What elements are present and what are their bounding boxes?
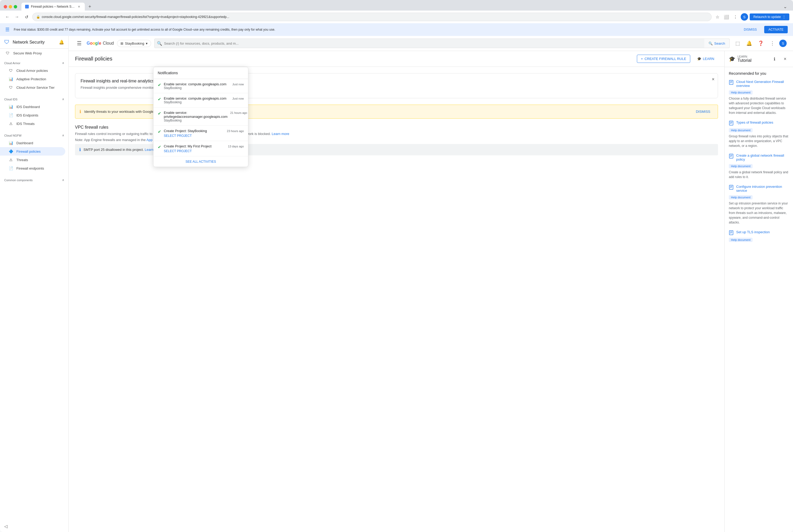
bookmark-icon[interactable]: ☆ [714,13,721,21]
learn-button[interactable]: 🎓 LEARN [694,55,718,63]
sidebar-item-cloud-armor-policies[interactable]: 🛡 Cloud Armor policies [0,66,65,75]
notifications-bell-icon[interactable]: 🔔 [744,39,754,48]
notif-content-4: Create Project: My First Project SELECT … [164,144,225,153]
back-button[interactable]: ← [4,13,11,21]
network-security-icon: 🛡 [4,39,10,45]
firewall-policies-icon: 🔷 [8,149,13,154]
notif-content-1: Enable service: compute.googleapis.com S… [164,96,230,104]
notification-item-1[interactable]: ✔ Enable service: compute.googleapis.com… [153,93,248,108]
app-content: ☰ Free trial status: $300.00 credit and … [0,23,793,532]
settings-icon[interactable]: ⋮ [732,13,739,21]
right-panel-info-icon[interactable]: ℹ [770,54,779,64]
trial-dismiss-button[interactable]: DISMISS [741,26,760,33]
sidebar-header-title: Network Security [13,40,56,45]
notifications-footer: SEE ALL ACTIVITIES [153,156,248,167]
notif-action-3[interactable]: SELECT PROJECT [164,134,192,138]
resource-link-0[interactable]: Cloud Next Generation Firewall overview [736,80,789,88]
traffic-lights [4,5,17,8]
sidebar-section-cloud-ids-header[interactable]: Cloud IDS ∧ [0,96,69,102]
create-firewall-rule-button[interactable]: + CREATE FIREWALL RULE [637,55,690,63]
smtp-alert-text: SMTP port 25 disallowed in this project.… [83,148,162,152]
resource-link-3[interactable]: Configure intrusion prevention service [736,185,789,193]
sidebar-collapse-button[interactable]: ◁ [0,521,69,532]
sidebar-item-adaptive-protection[interactable]: 📊 Adaptive Protection [0,75,65,83]
topbar-icons: ⬚ 🔔 ❓ ⋮ S [733,39,787,48]
project-icon: ⊞ [120,41,124,45]
right-panel-close-button[interactable]: × [781,55,789,63]
reload-button[interactable]: ↺ [23,13,30,21]
browser-toolbar: ← → ↺ 🔒 console.cloud.google.com/net-sec… [0,11,793,23]
more-options-icon[interactable]: ⋮ [768,39,777,48]
relaunch-button[interactable]: Relaunch to update ⋮ [750,14,789,20]
learn-icon: 🎓 [697,57,701,61]
search-input[interactable] [154,39,730,48]
relaunch-menu-icon: ⋮ [782,15,786,19]
svg-rect-12 [729,185,733,189]
sidebar-item-ngfw-dashboard[interactable]: 📊 Dashboard [0,139,65,147]
vpc-learn-more-link[interactable]: Learn more [272,132,289,136]
address-bar[interactable]: 🔒 console.cloud.google.com/net-security/… [32,13,712,21]
sidebar-item-cloud-armor-service-tier[interactable]: 🛡 Cloud Armor Service Tier [0,83,65,92]
sidebar-section-cloud-ngfw: Cloud NGFW ∧ 📊 Dashboard 🔷 Firewall poli… [0,130,69,175]
search-button[interactable]: 🔍 Search [704,39,730,48]
resource-link-4[interactable]: Set up TLS inspection [736,230,770,234]
common-components-collapse-icon: ∧ [62,178,64,182]
notif-content-0: Enable service: compute.googleapis.com S… [164,82,230,90]
project-selector[interactable]: ⊞ StayBooking ▾ [117,40,151,47]
resource-link-1[interactable]: Types of firewall policies [736,120,773,125]
main-right-layout: Firewall policies + CREATE FIREWALL RULE… [69,51,793,532]
sidebar-notification-icon[interactable]: 🔔 [59,40,64,45]
window-controls-icon[interactable]: ⌄ [783,4,787,10]
cloud-shell-icon[interactable]: ⬚ [733,39,742,48]
notification-item-2[interactable]: ✔ Enable service: privilegedaccessmanage… [153,108,248,126]
resource-link-2[interactable]: Create a global network firewall policy [736,153,789,162]
resource-badge-4: Help document [729,238,753,242]
profile-button[interactable]: S [741,13,748,21]
toolbar-icons: ☆ ⬜ ⋮ S Relaunch to update ⋮ [714,13,789,21]
sidebar-section-cloud-armor-header[interactable]: Cloud Armor ∧ [0,60,69,66]
forward-button[interactable]: → [13,13,21,21]
sidebar-item-secure-web-proxy[interactable]: 🛡 Secure Web Proxy [0,49,65,58]
sidebar-item-firewall-policies[interactable]: 🔷 Firewall policies [0,147,65,156]
notif-action-4[interactable]: SELECT PROJECT [164,149,192,153]
ngfw-dashboard-label: Dashboard [16,141,33,145]
tab-close-icon[interactable]: × [77,4,81,9]
notif-check-icon-2: ✔ [158,111,161,116]
cloud-armor-tier-label: Cloud Armor Service Tier [16,86,55,90]
svg-rect-0 [729,80,733,84]
sidebar-item-ids-dashboard[interactable]: 📊 IDS Dashboard [0,102,65,111]
user-avatar[interactable]: S [779,40,787,47]
extension-icon[interactable]: ⬜ [723,13,730,21]
sidebar-item-ids-threats[interactable]: ⚠ IDS Threats [0,119,65,128]
sidebar-item-threats[interactable]: ⚠ Threats [0,156,65,164]
maximize-traffic-light[interactable] [14,5,17,8]
minimize-traffic-light[interactable] [9,5,12,8]
analytics-close-button[interactable]: × [712,77,715,82]
sidebar-section-cloud-ngfw-header[interactable]: Cloud NGFW ∧ [0,132,69,139]
hamburger-menu-button[interactable]: ☰ [75,39,83,48]
resource-item-2: Create a global network firewall policy … [729,153,789,179]
notification-item-4[interactable]: ✔ Create Project: My First Project SELEC… [153,141,248,156]
url-text: console.cloud.google.com/net-security/fi… [42,15,708,19]
cloud-armor-collapse-icon: ∧ [62,61,64,65]
create-icon: + [641,57,643,61]
close-traffic-light[interactable] [4,5,7,8]
new-tab-button[interactable]: + [86,3,94,11]
active-tab[interactable]: Firewall policies – Network Se... × [21,3,85,11]
notif-title-0: Enable service: compute.googleapis.com [164,82,230,86]
notification-item-3[interactable]: ✔ Create Project: StayBooking SELECT PRO… [153,126,248,141]
sidebar-item-ids-endpoints[interactable]: 📄 IDS Endpoints [0,111,65,119]
notif-check-icon-1: ✔ [158,97,161,102]
sidebar-section-common-header[interactable]: Common components ∧ [0,177,69,183]
help-icon[interactable]: ❓ [756,39,766,48]
see-all-activities-link[interactable]: SEE ALL ACTIVITIES [185,160,216,164]
resource-desc-2: Create a global network firewall policy … [729,170,789,179]
resource-doc-icon-2 [729,154,734,158]
notification-item-0[interactable]: ✔ Enable service: compute.googleapis.com… [153,79,248,93]
firewall-policies-label: Firewall policies [16,150,41,153]
sidebar-item-firewall-endpoints[interactable]: 📄 Firewall endpoints [0,164,65,172]
ids-dismiss-button[interactable]: DISMISS [693,108,714,115]
cloud-ids-collapse-icon: ∧ [62,97,64,101]
notifications-dropdown: Notifications ✔ Enable service: compute.… [153,67,248,167]
trial-activate-button[interactable]: ACTIVATE [764,26,788,33]
